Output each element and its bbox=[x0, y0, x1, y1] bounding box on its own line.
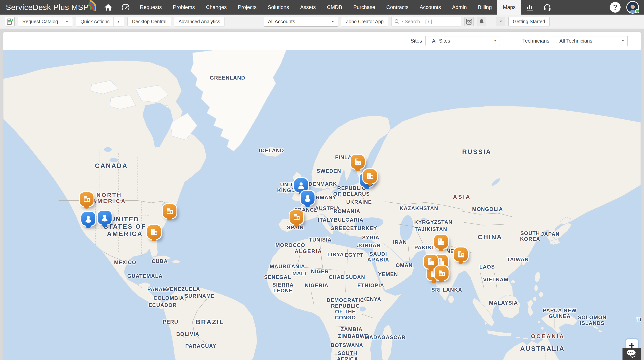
map-filter-bar: Sites --All Sites-- ▼ Technicians --All … bbox=[3, 32, 641, 50]
request-catalog-label: Request Catalog bbox=[22, 19, 58, 24]
accounts-dropdown[interactable]: All Accounts ▼ bbox=[264, 17, 338, 27]
accounts-dropdown-value: All Accounts bbox=[268, 18, 295, 24]
online-status-dot bbox=[635, 9, 640, 13]
nav-item-billing[interactable]: Billing bbox=[472, 0, 497, 14]
zoho-creator-label: Zoho Creator App bbox=[346, 19, 384, 24]
site-marker[interactable] bbox=[351, 155, 365, 169]
home-icon[interactable] bbox=[100, 0, 117, 14]
nav-item-admin[interactable]: Admin bbox=[446, 0, 472, 14]
site-marker[interactable] bbox=[454, 247, 468, 261]
technician-marker[interactable] bbox=[82, 212, 95, 226]
user-avatar[interactable] bbox=[626, 1, 639, 14]
site-marker[interactable] bbox=[80, 192, 94, 206]
notifications-icon-button[interactable] bbox=[477, 17, 486, 26]
getting-started-button[interactable]: Getting Started bbox=[508, 17, 550, 26]
header-right-cluster: ? bbox=[610, 0, 644, 14]
nav-item-maps-active[interactable]: Maps bbox=[497, 0, 521, 14]
desktop-central-button[interactable]: Desktop Central bbox=[128, 17, 171, 26]
zoho-creator-app-button[interactable]: Zoho Creator App bbox=[341, 17, 388, 26]
search-input[interactable] bbox=[405, 19, 451, 24]
world-map[interactable]: GREENLANDICELANDCANADANORTH AMERICAUNITE… bbox=[3, 50, 641, 360]
nav-item-cmdb[interactable]: CMDB bbox=[321, 0, 348, 14]
secondary-toolbar: Request Catalog ▼ Quick Actions ▼ Deskto… bbox=[0, 14, 644, 29]
recent-items-icon-button[interactable] bbox=[464, 17, 474, 26]
advanced-analytics-button[interactable]: Advanced Analytics bbox=[174, 17, 225, 26]
maps-content-panel: Sites --All Sites-- ▼ Technicians --All … bbox=[3, 32, 641, 360]
advanced-analytics-label: Advanced Analytics bbox=[178, 19, 220, 24]
nav-item-purchase[interactable]: Purchase bbox=[348, 0, 381, 14]
search-scope-caret-icon[interactable]: ▼ bbox=[401, 20, 404, 23]
global-search: ▼ bbox=[391, 17, 461, 26]
chat-bubbles-icon bbox=[626, 350, 637, 358]
chevron-down-icon: ▼ bbox=[62, 17, 68, 26]
site-marker[interactable] bbox=[363, 169, 377, 183]
technicians-dropdown[interactable]: --All Technicians-- ▼ bbox=[553, 36, 628, 46]
technicians-filter-label: Technicians bbox=[522, 38, 549, 44]
logo-swoosh-icon bbox=[86, 0, 98, 11]
sites-filter-label: Sites bbox=[410, 38, 422, 44]
top-navigation-bar: ServiceDesk Plus MSP Requests Problems C… bbox=[0, 0, 644, 14]
rocket-icon bbox=[498, 18, 504, 25]
nav-item-solutions[interactable]: Solutions bbox=[262, 0, 294, 14]
recent-items-clock-icon bbox=[466, 18, 472, 25]
technician-marker[interactable] bbox=[301, 191, 314, 205]
nav-item-assets[interactable]: Assets bbox=[294, 0, 321, 14]
site-marker[interactable] bbox=[290, 210, 304, 224]
chevron-down-icon: ▼ bbox=[621, 39, 624, 42]
nav-item-requests[interactable]: Requests bbox=[134, 0, 168, 14]
bell-icon bbox=[478, 18, 485, 25]
site-marker[interactable] bbox=[424, 255, 438, 269]
chevron-down-icon: ▼ bbox=[332, 20, 334, 23]
site-marker[interactable] bbox=[163, 204, 176, 218]
chevron-down-icon: ▼ bbox=[114, 17, 120, 26]
nav-item-accounts[interactable]: Accounts bbox=[414, 0, 446, 14]
app-logo-text: ServiceDesk Plus MSP bbox=[6, 3, 89, 12]
quick-actions-label: Quick Actions bbox=[80, 19, 110, 24]
nav-item-contracts[interactable]: Contracts bbox=[381, 0, 414, 14]
nav-item-projects[interactable]: Projects bbox=[232, 0, 262, 14]
reports-bar-chart-icon[interactable] bbox=[521, 0, 538, 14]
sites-dropdown-value: --All Sites-- bbox=[429, 38, 454, 44]
site-marker[interactable] bbox=[147, 225, 161, 239]
new-request-icon-button[interactable] bbox=[5, 17, 14, 26]
headset-icon[interactable] bbox=[538, 0, 556, 14]
chevron-down-icon: ▼ bbox=[494, 39, 497, 42]
search-icon bbox=[394, 19, 400, 24]
getting-started-label: Getting Started bbox=[513, 19, 545, 24]
site-marker[interactable] bbox=[435, 266, 448, 280]
quick-actions-button[interactable]: Quick Actions ▼ bbox=[76, 17, 124, 26]
technician-marker[interactable] bbox=[98, 211, 112, 224]
desktop-central-label: Desktop Central bbox=[132, 19, 166, 24]
request-catalog-button[interactable]: Request Catalog ▼ bbox=[18, 17, 73, 26]
sites-dropdown[interactable]: --All Sites-- ▼ bbox=[426, 36, 500, 46]
site-marker[interactable] bbox=[434, 235, 448, 249]
app-logo[interactable]: ServiceDesk Plus MSP bbox=[0, 0, 100, 14]
technician-marker[interactable] bbox=[294, 178, 308, 192]
dashboard-gauge-icon[interactable] bbox=[117, 0, 134, 14]
technicians-dropdown-value: --All Technicians-- bbox=[556, 38, 596, 44]
world-map-land bbox=[3, 50, 641, 360]
main-nav: Requests Problems Changes Projects Solut… bbox=[134, 0, 521, 14]
help-icon[interactable]: ? bbox=[610, 2, 620, 13]
live-chat-button[interactable] bbox=[622, 348, 641, 360]
nav-item-problems[interactable]: Problems bbox=[168, 0, 200, 14]
nav-item-changes[interactable]: Changes bbox=[200, 0, 232, 14]
whats-new-icon-button[interactable] bbox=[496, 17, 505, 26]
